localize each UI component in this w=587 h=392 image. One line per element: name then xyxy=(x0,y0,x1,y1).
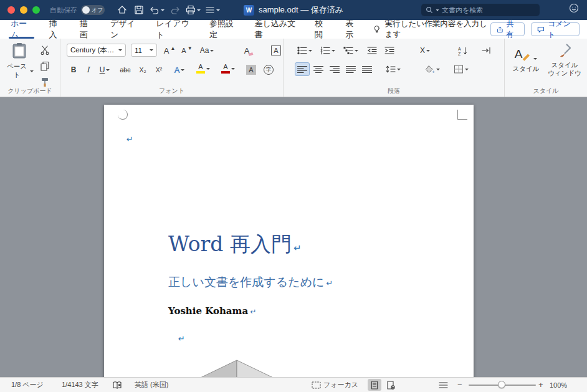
character-border-icon: A xyxy=(271,45,280,55)
superscript-button[interactable]: X² xyxy=(151,63,166,77)
zoom-in-button[interactable]: + xyxy=(538,378,543,392)
document-author[interactable]: Yoshie Kohama↵ xyxy=(168,305,256,317)
distribute-text-button[interactable] xyxy=(360,62,375,76)
autosave-toggle[interactable]: オフ xyxy=(81,5,105,15)
close-window-button[interactable] xyxy=(7,6,15,14)
numbered-list-icon xyxy=(320,46,330,55)
tab-label: 表示 xyxy=(345,18,360,41)
document-subtitle[interactable]: 正しい文書を作成するために↵ xyxy=(168,274,333,290)
outline-list-button[interactable] xyxy=(439,378,448,392)
paint-bucket-icon xyxy=(425,65,435,74)
change-case-button[interactable]: Aa xyxy=(197,44,217,57)
align-center-button[interactable] xyxy=(311,62,326,76)
chevron-down-icon xyxy=(210,50,214,52)
tab-mailings[interactable]: 差し込み文書 xyxy=(247,20,307,39)
copy-button[interactable] xyxy=(37,59,52,73)
feedback-button[interactable] xyxy=(568,2,580,14)
chevron-down-icon xyxy=(231,68,235,70)
asian-layout-button[interactable]: X xyxy=(416,44,434,57)
save-button[interactable] xyxy=(133,2,145,17)
redo-button[interactable] xyxy=(169,2,181,17)
document-author-text: Yoshie Kohama xyxy=(168,305,248,317)
subscript-button[interactable]: X₂ xyxy=(135,63,150,77)
zoom-slider-thumb[interactable] xyxy=(498,381,505,388)
print-layout-view-button[interactable] xyxy=(368,379,381,391)
decrease-indent-button[interactable] xyxy=(365,44,379,57)
styles-brush-icon xyxy=(558,44,571,59)
borders-icon xyxy=(454,65,464,74)
print-button[interactable] xyxy=(186,2,201,17)
bold-button[interactable]: B xyxy=(67,63,80,77)
text-effects-button[interactable]: A xyxy=(170,63,189,77)
font-size-select[interactable]: 11 xyxy=(131,44,157,57)
strikethrough-button[interactable]: abc xyxy=(117,63,134,77)
customize-toolbar-button[interactable] xyxy=(205,2,220,17)
character-shading-button[interactable]: A xyxy=(244,63,259,77)
grow-font-button[interactable]: A▲ xyxy=(162,44,177,57)
cut-button[interactable] xyxy=(37,43,52,57)
focus-icon xyxy=(312,381,321,389)
document-canvas[interactable]: ↵ Word 再入門↵ 正しい文書を作成するために↵ Yoshie Kohama… xyxy=(0,97,587,377)
web-layout-view-button[interactable] xyxy=(384,379,398,391)
tab-references[interactable]: 参照設定 xyxy=(201,20,247,39)
paste-button[interactable]: ペースト xyxy=(5,42,34,80)
document-page[interactable]: ↵ Word 再入門↵ 正しい文書を作成するために↵ Yoshie Kohama… xyxy=(104,105,474,377)
decrease-indent-icon xyxy=(367,46,377,55)
italic-button[interactable]: I xyxy=(82,63,94,77)
word-count[interactable]: 1/4143 文字 xyxy=(62,378,98,392)
tab-draw[interactable]: 描画 xyxy=(72,20,102,39)
highlight-button[interactable]: A xyxy=(193,62,214,75)
tab-insert[interactable]: 挿入 xyxy=(41,20,71,39)
font-name-select[interactable]: Century (本… xyxy=(67,44,126,57)
align-right-button[interactable] xyxy=(327,62,342,76)
tab-view[interactable]: 表示 xyxy=(337,20,368,39)
share-button[interactable]: 共有 xyxy=(490,22,525,36)
document-title[interactable]: Word 再入門↵ xyxy=(168,231,302,259)
tab-layout[interactable]: レイアウト xyxy=(148,20,202,39)
tab-review[interactable]: 校閲 xyxy=(307,20,337,39)
styles-window-button[interactable]: スタイル ウィンドウ xyxy=(547,44,582,77)
justify-button[interactable] xyxy=(343,62,358,76)
chevron-down-icon xyxy=(161,9,165,11)
pyramid-graphic[interactable] xyxy=(184,358,290,377)
zoom-window-button[interactable] xyxy=(32,6,40,14)
underline-button[interactable]: U xyxy=(95,63,114,77)
font-color-button[interactable]: A xyxy=(217,62,239,75)
increase-indent-button[interactable] xyxy=(382,44,397,57)
spelling-status[interactable] xyxy=(112,378,122,392)
align-left-button[interactable] xyxy=(295,62,310,76)
zoom-percentage[interactable]: 100% xyxy=(550,378,567,392)
page-count[interactable]: 1/8 ページ xyxy=(11,378,44,392)
tab-home[interactable]: ホーム xyxy=(2,20,41,39)
character-border-button[interactable]: A xyxy=(269,44,284,57)
home-button[interactable] xyxy=(116,2,128,17)
bullets-button[interactable] xyxy=(295,44,315,57)
shading-button[interactable] xyxy=(422,62,443,76)
zoom-out-button[interactable]: − xyxy=(457,378,462,392)
numbering-button[interactable] xyxy=(318,44,338,57)
comments-button[interactable]: コメント xyxy=(531,22,580,36)
save-icon xyxy=(134,5,144,15)
text-direction-button[interactable] xyxy=(478,44,494,57)
shrink-font-button[interactable]: A▼ xyxy=(179,44,194,57)
comment-icon xyxy=(537,26,545,34)
search-box[interactable] xyxy=(421,4,540,16)
sort-button[interactable]: AZ xyxy=(454,44,470,57)
paste-label: ペースト xyxy=(5,62,29,80)
multilevel-list-button[interactable] xyxy=(341,44,361,57)
borders-button[interactable] xyxy=(451,62,472,76)
line-spacing-button[interactable] xyxy=(383,62,403,76)
styles-button[interactable]: A スタイル xyxy=(510,44,542,74)
undo-button[interactable] xyxy=(150,2,165,17)
tell-me-box[interactable]: 実行したい作業内容を入力します xyxy=(373,19,490,40)
focus-mode-button[interactable]: フォーカス xyxy=(312,378,358,392)
language-status[interactable]: 英語 (米国) xyxy=(135,378,168,392)
search-input[interactable] xyxy=(442,6,535,14)
tab-design[interactable]: デザイン xyxy=(102,20,148,39)
clear-formatting-button[interactable]: A xyxy=(239,44,255,57)
minimize-window-button[interactable] xyxy=(20,6,27,14)
italic-icon: I xyxy=(87,65,90,74)
margin-mark-top-right-icon xyxy=(457,110,467,120)
enclose-characters-button[interactable]: 字 xyxy=(261,63,276,77)
autosave-label: 自動保存 xyxy=(50,6,77,15)
